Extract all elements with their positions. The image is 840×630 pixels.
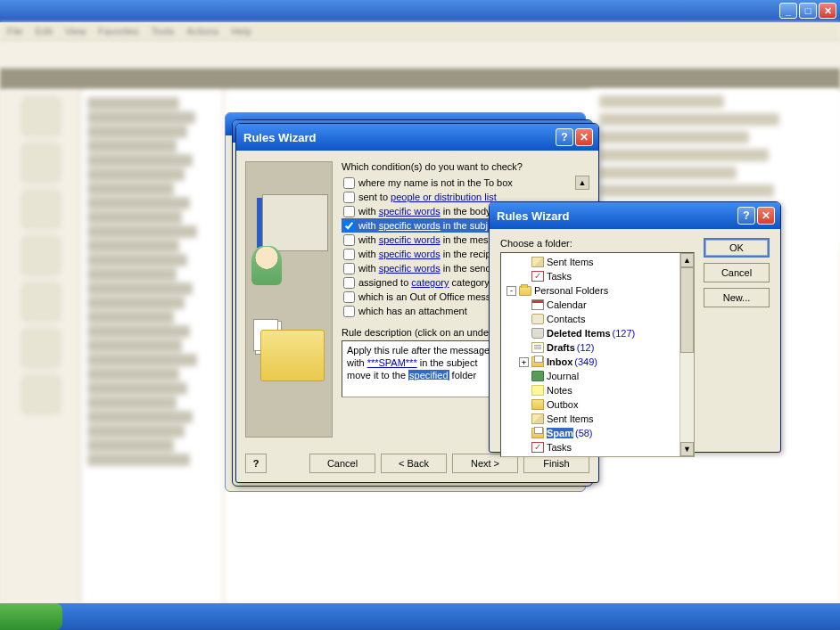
tree-row[interactable]: Sent Items (503, 412, 679, 426)
choose-folder-dialog: Rules Wizard ? ✕ Choose a folder: Sent I… (489, 201, 781, 453)
condition-link[interactable]: specific words (379, 206, 441, 217)
condition-link[interactable]: category (411, 277, 449, 288)
windows-taskbar (0, 603, 840, 630)
condition-link[interactable]: specific words (379, 220, 441, 231)
ni-sent-icon (531, 413, 544, 424)
condition-checkbox[interactable] (343, 291, 355, 303)
tree-label[interactable]: Sent Items (547, 257, 594, 267)
condition-checkbox[interactable] (343, 306, 355, 317)
condition-label: which has an attachment (358, 306, 467, 316)
tree-label[interactable]: Sent Items (547, 413, 594, 424)
tree-row[interactable]: Contacts (503, 312, 679, 326)
condition-checkbox[interactable] (343, 192, 355, 203)
tree-row[interactable]: Calendar (503, 298, 679, 312)
tree-row[interactable]: Sent Items (503, 255, 679, 269)
tree-toggle[interactable]: - (506, 286, 516, 296)
tree-count: (12) (577, 342, 595, 353)
scroll-up-button[interactable]: ▲ (680, 253, 694, 267)
condition-link[interactable]: people or distribution list (391, 192, 497, 202)
folder-cancel-button[interactable]: Cancel (704, 263, 770, 282)
desc-spam-link[interactable]: ***SPAM*** (367, 357, 417, 368)
tree-label[interactable]: Drafts (547, 342, 575, 353)
outlook-bar (0, 90, 82, 603)
ni-drafts-icon (531, 342, 544, 353)
tree-row[interactable]: Deleted Items (127) (503, 326, 679, 340)
tree-label[interactable]: Tasks (547, 442, 572, 453)
app-maximize-button[interactable]: □ (799, 3, 817, 19)
ok-button[interactable]: OK (704, 238, 770, 258)
scroll-thumb[interactable] (680, 267, 694, 353)
tree-label[interactable]: Spam (547, 428, 573, 438)
condition-checkbox[interactable] (343, 177, 355, 189)
wizard-help-icon[interactable]: ? (245, 454, 267, 473)
tree-row[interactable]: Notes (503, 383, 679, 397)
condition-link[interactable]: specific words (379, 263, 441, 274)
tree-label[interactable]: Calendar (547, 299, 587, 310)
condition-label: which is an Out of Office mess (358, 291, 490, 302)
tree-label[interactable]: Outbox (547, 399, 578, 410)
condition-checkbox[interactable] (343, 220, 355, 232)
tree-label[interactable]: Journal (547, 371, 579, 381)
tree-label[interactable]: Inbox (547, 356, 572, 367)
app-menubar: FileEditViewFavoritesToolsActionsHelp (0, 22, 840, 42)
folder-tree-scrollbar[interactable]: ▲ ▼ (679, 253, 694, 456)
tree-count: (58) (575, 428, 593, 438)
condition-checkbox[interactable] (343, 277, 355, 289)
desc-specified-link[interactable]: specified (408, 370, 449, 380)
start-button[interactable] (0, 603, 62, 630)
new-folder-button[interactable]: New... (704, 288, 770, 307)
tree-label[interactable]: Deleted Items (547, 328, 611, 339)
tree-row[interactable]: Spam (58) (503, 426, 679, 440)
rules-wizard-help-button[interactable]: ? (556, 128, 573, 146)
choose-folder-titlebar[interactable]: Rules Wizard ? ✕ (490, 202, 780, 229)
tree-row[interactable]: +Inbox (349) (503, 355, 679, 369)
cancel-button[interactable]: Cancel (309, 454, 375, 473)
condition-link[interactable]: specific words (379, 249, 441, 259)
tree-label[interactable]: Personal Folders (534, 285, 608, 296)
tree-row[interactable]: Outbox (503, 397, 679, 412)
tree-row[interactable]: -Personal Folders (503, 283, 679, 298)
condition-checkbox[interactable] (343, 249, 355, 260)
back-button[interactable]: < Back (381, 454, 447, 473)
ni-inbox-icon (531, 428, 544, 438)
choose-folder-help-button[interactable]: ? (737, 207, 755, 225)
condition-checkbox[interactable] (343, 234, 355, 246)
tree-row[interactable]: Journal (503, 369, 679, 383)
condition-label: with specific words in the mes (358, 234, 489, 245)
condition-checkbox[interactable] (343, 263, 355, 274)
ni-contacts-icon (531, 314, 544, 324)
condition-checkbox[interactable] (343, 206, 355, 217)
condition-checkbox[interactable] (343, 320, 355, 321)
conditions-scroll-up[interactable]: ▲ (575, 176, 589, 190)
tree-row[interactable]: Tasks (503, 440, 679, 454)
choose-folder-title: Rules Wizard (497, 209, 737, 223)
ni-outbox-icon (531, 399, 544, 410)
folder-list (82, 90, 225, 603)
ni-tasks-icon (531, 442, 544, 453)
wizard-illustration (245, 161, 333, 438)
scroll-down-button[interactable]: ▼ (680, 442, 694, 456)
choose-folder-close-button[interactable]: ✕ (757, 207, 775, 225)
rules-wizard-titlebar[interactable]: Rules Wizard ? ✕ (236, 124, 598, 151)
ni-tasks-icon (531, 271, 544, 282)
tree-row[interactable]: Drafts (12) (503, 340, 679, 355)
condition-row[interactable]: where my name is not in the To box (342, 176, 589, 190)
condition-label: with specific words in the subj (358, 220, 488, 231)
ni-notes-icon (531, 385, 544, 396)
folder-tree[interactable]: Sent ItemsTasks-Personal FoldersCalendar… (501, 253, 679, 456)
tree-label[interactable]: Contacts (547, 314, 585, 324)
conditions-question: Which condition(s) do you want to check? (342, 161, 589, 172)
tree-label[interactable]: Notes (547, 385, 572, 396)
condition-link[interactable]: specific words (379, 234, 441, 245)
tree-toggle[interactable]: + (519, 357, 529, 367)
app-minimize-button[interactable]: _ (779, 3, 797, 19)
rules-wizard-close-button[interactable]: ✕ (575, 128, 593, 146)
ni-cal-icon (531, 299, 544, 310)
tree-row[interactable]: Tasks (503, 269, 679, 283)
app-close-button[interactable]: ✕ (819, 3, 836, 19)
condition-label: sent to people or distribution list (358, 192, 497, 202)
tree-count: (349) (574, 356, 597, 367)
rules-wizard-title: Rules Wizard (243, 131, 556, 144)
tree-label[interactable]: Tasks (547, 271, 572, 282)
condition-label: with specific words in the recip (358, 249, 491, 259)
